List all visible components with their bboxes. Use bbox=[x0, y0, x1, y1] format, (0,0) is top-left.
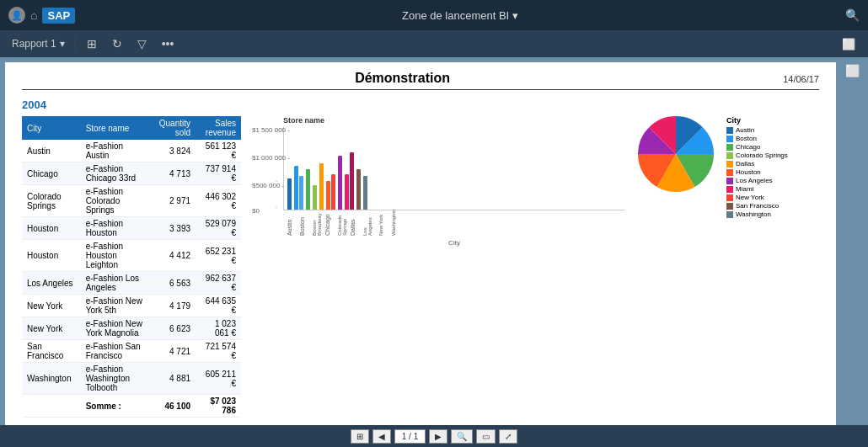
bar-group-colorado-2004 bbox=[313, 185, 317, 210]
table-cell: e-Fashion New York 5th bbox=[81, 295, 151, 317]
bar bbox=[306, 169, 310, 210]
table-icon[interactable]: ⊞ bbox=[351, 429, 369, 444]
x-labels-2004: Austin Boston Boston Broadway Chicago Co… bbox=[283, 210, 625, 237]
bar bbox=[331, 174, 335, 210]
bar bbox=[350, 152, 354, 210]
legend-item: Chicago bbox=[726, 143, 819, 151]
table-cell: 962 637 € bbox=[196, 272, 241, 295]
home-icon[interactable]: ⌂ bbox=[30, 8, 37, 22]
table-cell: e-Fashion Houston bbox=[81, 217, 151, 240]
x-axis-label-2004: City bbox=[283, 239, 625, 247]
fit-icon[interactable]: ▭ bbox=[476, 429, 496, 444]
table-cell: Somme : bbox=[81, 395, 151, 418]
year-heading-2004: 2004 bbox=[22, 98, 819, 111]
side-icon-1[interactable]: ⬜ bbox=[841, 64, 863, 77]
data-table-2004: City Store name Quantity sold Sales reve… bbox=[22, 116, 241, 418]
table-cell: 721 574 € bbox=[196, 340, 241, 363]
nav-title-text: Zone de lancement BI bbox=[402, 9, 509, 22]
app-container: 👤 ⌂ SAP Zone de lancement BI ▾ 🔍 Rapport… bbox=[0, 0, 868, 447]
bar bbox=[363, 176, 367, 210]
report-title: Démonstration bbox=[22, 71, 783, 86]
table-cell: Chicago bbox=[22, 162, 81, 185]
bar-group-dallas-2004 bbox=[319, 163, 324, 210]
legend-item: New York bbox=[726, 194, 819, 201]
bottom-pagination-bar: ⊞ ◀ 1 / 1 ▶ 🔍 ▭ ⤢ bbox=[0, 425, 868, 447]
bar bbox=[345, 174, 349, 210]
legend-item: Houston bbox=[726, 168, 819, 176]
bar bbox=[294, 166, 298, 210]
table-cell: Austin bbox=[22, 140, 81, 162]
table-cell: 1 023 061 € bbox=[196, 317, 241, 340]
table-cell: 3 393 bbox=[150, 217, 196, 240]
table-cell: 4 721 bbox=[150, 340, 196, 363]
display-icon[interactable]: ⊞ bbox=[83, 35, 101, 52]
bar bbox=[313, 185, 317, 210]
nav-dropdown-arrow: ▾ bbox=[512, 9, 518, 22]
table-cell: $7 023 786 bbox=[196, 395, 241, 418]
y-label-bot: $0 bbox=[252, 207, 260, 215]
bar-group-austin-2004 bbox=[287, 178, 292, 210]
main-area: Démonstration 14/06/17 2004 City Store n… bbox=[0, 57, 868, 447]
bar-group-wash-2004 bbox=[363, 176, 367, 210]
more-icon[interactable]: ••• bbox=[158, 35, 179, 52]
prev-page-button[interactable]: ◀ bbox=[372, 429, 391, 444]
table-cell: e-Fashion San Francisco bbox=[81, 340, 151, 363]
legend-item: Boston bbox=[726, 135, 819, 142]
table-cell: New York bbox=[22, 317, 81, 340]
y-label-mid2: $500 000 - bbox=[252, 182, 284, 189]
bar bbox=[338, 156, 342, 210]
fullscreen-icon[interactable]: ⤢ bbox=[499, 429, 517, 444]
table-cell: San Francisco bbox=[22, 340, 81, 363]
table-cell: 46 100 bbox=[150, 395, 196, 418]
refresh-icon[interactable]: ↻ bbox=[108, 35, 126, 52]
report-date: 14/06/17 bbox=[783, 74, 819, 84]
next-page-button[interactable]: ▶ bbox=[429, 429, 447, 444]
rapport-arrow: ▾ bbox=[60, 38, 65, 50]
rapport-dropdown[interactable]: Rapport 1 ▾ bbox=[8, 36, 68, 51]
table-cell: 6 563 bbox=[150, 272, 196, 295]
bar bbox=[319, 163, 324, 210]
table-cell: 4 412 bbox=[150, 240, 196, 272]
panel-toggle-icon[interactable]: ⬜ bbox=[838, 36, 860, 52]
bar bbox=[356, 169, 361, 210]
bar bbox=[287, 178, 292, 210]
table-cell: 529 079 € bbox=[196, 217, 241, 240]
table-cell: 652 231 € bbox=[196, 240, 241, 272]
legend-2004: City Austin Boston Chicago Colorado Spri… bbox=[726, 116, 819, 219]
bar-group-houston-2004 bbox=[326, 174, 335, 210]
legend-item: Los Angeles bbox=[726, 177, 819, 184]
table-cell: 737 914 € bbox=[196, 162, 241, 185]
user-avatar-icon[interactable]: 👤 bbox=[8, 7, 25, 24]
table-cell: e-Fashion Austin bbox=[81, 140, 151, 162]
side-panel: ⬜ bbox=[841, 62, 863, 442]
legend-item: Colorado Springs bbox=[726, 152, 819, 159]
legend-item: Austin bbox=[726, 126, 819, 134]
top-navigation: 👤 ⌂ SAP Zone de lancement BI ▾ 🔍 bbox=[0, 0, 868, 30]
bar bbox=[326, 181, 330, 210]
toolbar-separator-1 bbox=[75, 37, 76, 51]
legend-item: San Francisco bbox=[726, 202, 819, 210]
bar-group-sf-2004 bbox=[356, 169, 361, 210]
legend-item: Miami bbox=[726, 185, 819, 193]
nav-title[interactable]: Zone de lancement BI ▾ bbox=[85, 9, 835, 22]
filter-icon[interactable]: ▽ bbox=[133, 35, 151, 52]
bar-group-la-2004 bbox=[338, 156, 342, 210]
search-icon[interactable]: 🔍 bbox=[845, 8, 860, 22]
table-cell: 4 713 bbox=[150, 162, 196, 185]
report-header: Démonstration 14/06/17 bbox=[22, 71, 819, 90]
legend-item: Washington bbox=[726, 210, 819, 218]
col-store: Store name bbox=[81, 116, 151, 140]
y-label-mid1: $1 000 000 - bbox=[252, 154, 290, 162]
sap-logo: SAP bbox=[42, 8, 75, 24]
table-cell: e-Fashion Colorado Springs bbox=[81, 185, 151, 217]
col-city: City bbox=[22, 116, 81, 140]
table-cell: e-Fashion Los Angeles bbox=[81, 272, 151, 295]
year-section-2004: 2004 City Store name Quantity sold Sales… bbox=[22, 98, 819, 418]
table-cell: e-Fashion Chicago 33rd bbox=[81, 162, 151, 185]
zoom-icon[interactable]: 🔍 bbox=[451, 429, 473, 444]
table-cell: 3 824 bbox=[150, 140, 196, 162]
table-cell: Washington bbox=[22, 363, 81, 395]
col-rev: Sales revenue bbox=[196, 116, 241, 140]
table-cell: Houston bbox=[22, 240, 81, 272]
table-cell bbox=[22, 395, 81, 418]
